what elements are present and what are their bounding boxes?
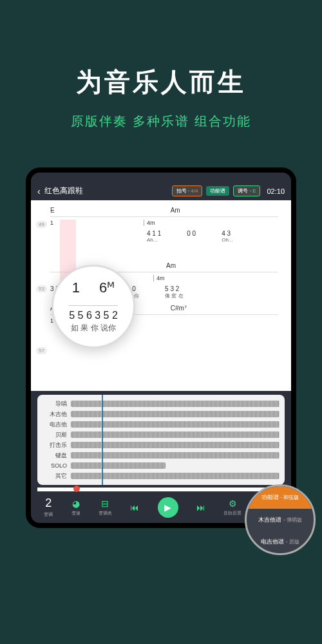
zoom-lyrics: 如 果 你 说你 [71,323,116,334]
track-label[interactable]: 木吉他 [43,410,67,419]
measure-number: 57 [36,347,47,354]
scrubber[interactable] [37,488,285,491]
zoom-lens: 1 6ᴹ 5 5 6 3 5 2 如 果 你 说你 [52,265,135,348]
measure-number: 49 [36,221,47,228]
key-badge[interactable]: 调号 · E [233,185,260,196]
score-popup: 功能谱 · 和弦版 木吉他谱 · 弹唱版 电吉他谱 · 原版 [245,484,316,555]
tempo-button[interactable]: ◕ 变速 [71,498,80,516]
prev-button[interactable]: ⏮ [130,502,139,513]
speedometer-icon: ◕ [72,498,80,509]
device-frame: ‹ 红色高跟鞋 拍号 · 4/4 功能谱 调号 · E 02:10 E Am 4… [26,167,296,528]
capo-button[interactable]: ⊟ 变调夹 [99,498,112,516]
track-mixer[interactable]: 导唱 木吉他 电吉他 贝斯 打击乐 键盘 SOLO 其它 [37,395,285,485]
sliders-icon: ⚙ [229,498,237,509]
skip-forward-icon: ⏭ [196,502,205,513]
popup-option[interactable]: 电吉他谱 · 原版 [247,531,314,553]
popup-option[interactable]: 木吉他谱 · 弹唱版 [247,509,314,531]
playhead[interactable] [102,395,103,485]
track-label[interactable]: 电吉他 [43,421,67,429]
track-label[interactable]: SOLO [43,462,67,469]
track-label[interactable]: 打击乐 [43,441,67,450]
play-button[interactable]: ▶ [158,497,178,518]
back-icon[interactable]: ‹ [37,186,41,196]
track-label[interactable]: 贝斯 [43,431,67,439]
play-icon: ▶ [164,502,171,513]
hero-subtitle: 原版伴奏 多种乐谱 组合功能 [0,113,322,130]
sheet-area[interactable]: E Am 49 1 4m 4 1 1Ah... 0 0 4 3Oh... Am … [31,200,291,391]
track-label[interactable]: 键盘 [43,451,67,460]
note-row: 4 1 1Ah... 0 0 4 3Oh... [147,230,278,243]
status-bar [31,173,291,182]
transpose-button[interactable]: 2 变调 [44,497,53,518]
skip-back-icon: ⏮ [130,502,139,513]
track-label[interactable]: 其它 [43,472,67,480]
zoom-note: 1 [72,279,80,296]
app-screen: ‹ 红色高跟鞋 拍号 · 4/4 功能谱 调号 · E 02:10 E Am 4… [31,173,291,523]
track-label[interactable]: 导唱 [43,400,67,408]
mixer-button[interactable]: ⚙ 音轨设置 [223,498,242,516]
time-display: 02:10 [267,187,285,195]
zoom-note: 6ᴹ [99,279,115,296]
meter-badge[interactable]: 拍号 · 4/4 [172,185,203,196]
note-row: 1 4m [50,220,278,226]
measure-number: 53 [36,285,47,292]
zoom-notes: 5 5 6 3 5 2 [69,305,118,321]
hero-title: 为音乐人而生 [0,64,322,100]
waveform [71,462,166,469]
song-title: 红色高跟鞋 [44,185,168,196]
app-header: ‹ 红色高跟鞋 拍号 · 4/4 功能谱 调号 · E 02:10 [31,182,291,200]
score-type-badge[interactable]: 功能谱 [206,186,229,196]
chord-row: E Am [50,207,278,214]
capo-icon: ⊟ [101,498,109,509]
next-button[interactable]: ⏭ [196,502,205,513]
